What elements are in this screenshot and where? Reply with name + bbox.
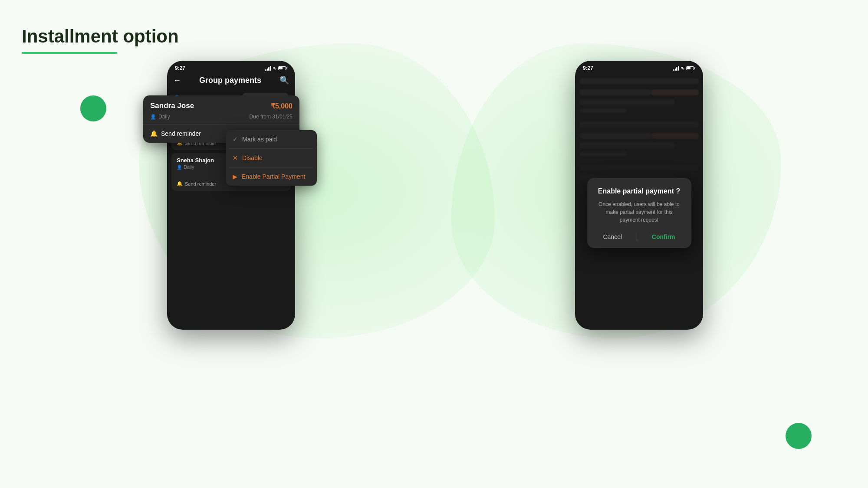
sandra-name: Sandra Jose — [150, 102, 194, 110]
status-bar-right: 9:27 ∿ — [575, 61, 703, 74]
menu-item-partial[interactable]: ▶ Enable Partial Payment — [226, 167, 317, 186]
sandra-amount: ₹5,000 — [271, 102, 293, 110]
modal-actions: Cancel Confirm — [596, 233, 683, 241]
status-time-right: 9:27 — [583, 65, 593, 71]
person-icon-sneha: 👤 — [177, 165, 182, 170]
disable-label: Disable — [242, 154, 263, 161]
modal-body: Once enabled, users will be able to make… — [596, 200, 683, 224]
decorative-circle-left — [80, 95, 106, 121]
status-bar-left: 9:27 ∿ — [167, 61, 295, 74]
context-menu: ✓ Mark as paid ✕ Disable ▶ Enable Partia… — [226, 130, 317, 186]
sandra-due: Due from 31/01/25 — [250, 114, 293, 120]
status-time-left: 9:27 — [175, 65, 185, 71]
menu-item-mark-paid[interactable]: ✓ Mark as paid — [226, 130, 317, 148]
modal-title: Enable partial payment ? — [596, 187, 683, 195]
menu-item-disable[interactable]: ✕ Disable — [226, 149, 317, 167]
search-icon-left[interactable]: 🔍 — [279, 75, 289, 85]
phone-right: 9:27 ∿ Enable par — [575, 61, 703, 330]
partial-icon: ▶ — [233, 173, 237, 180]
page-title: Installment option — [22, 26, 179, 47]
check-icon: ✓ — [233, 136, 238, 143]
signal-icon-left — [265, 66, 271, 71]
bell-icon-sneha: 🔔 — [177, 181, 183, 187]
status-icons-left: ∿ — [265, 66, 287, 71]
decorative-circle-right — [786, 423, 812, 449]
signal-icon-right — [673, 66, 679, 71]
status-icons-right: ∿ — [673, 66, 695, 71]
modal-divider — [637, 233, 637, 241]
mark-paid-label: Mark as paid — [242, 136, 277, 143]
x-icon: ✕ — [233, 154, 238, 161]
page-title-underline — [22, 52, 117, 54]
send-reminder-label[interactable]: Send reminder — [161, 130, 201, 137]
wifi-icon-right: ∿ — [681, 66, 684, 71]
enable-partial-label: Enable Partial Payment — [242, 173, 305, 180]
modal-confirm-button[interactable]: Confirm — [652, 233, 675, 240]
battery-icon-left — [278, 66, 287, 70]
blurred-content — [575, 78, 703, 180]
header-title-left: Group payments — [199, 76, 261, 85]
person-icon-sandra: 👤 — [150, 114, 156, 120]
phone-header-left: ← Group payments 🔍 — [167, 74, 295, 89]
sandra-sub: 👤 Daily Due from 31/01/25 — [143, 114, 299, 124]
wifi-icon-left: ∿ — [273, 66, 276, 71]
partial-payment-modal: Enable partial payment ? Once enabled, u… — [587, 178, 691, 248]
battery-icon-right — [686, 66, 695, 70]
expanded-card-header: Sandra Jose ₹5,000 — [143, 95, 299, 114]
back-arrow-left[interactable]: ← — [173, 76, 181, 85]
bell-icon-sandra: 🔔 — [150, 130, 158, 137]
modal-cancel-button[interactable]: Cancel — [603, 233, 622, 240]
